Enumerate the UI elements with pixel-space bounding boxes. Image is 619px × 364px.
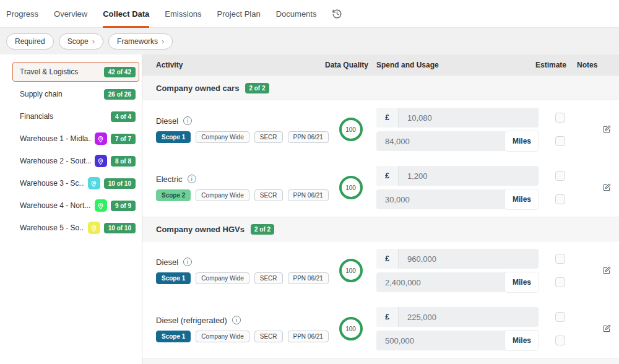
chevron-right-icon: › [162,37,164,45]
sidebar-item-label: Warehouse 3 - Sc... [20,179,84,188]
progress-count-badge: 26 of 26 [104,89,136,100]
estimate-checkbox[interactable] [555,336,565,345]
scope-tag: Scope 1 [156,331,191,342]
company-wide-tag: Company Wide [196,189,249,201]
spend-input[interactable]: £ 225,000 [376,307,539,327]
data-quality-ring: 100 [339,317,363,340]
spend-value: 10,080 [399,113,432,123]
history-icon[interactable] [332,9,342,19]
info-icon[interactable]: i [183,116,192,125]
location-pin-icon [88,177,100,189]
currency-prefix: £ [376,249,399,269]
spend-input[interactable]: £ 960,000 [376,249,539,269]
sidebar-item-warehouse-1[interactable]: Warehouse 1 - Midla... 7 of 7 [12,129,139,149]
tab-project-plan[interactable]: Project Plan [217,0,261,28]
activity-name: Diesel [156,116,178,126]
filter-scope-button[interactable]: Scope › [59,33,103,50]
sidebar-item-supply-chain[interactable]: Supply chain 26 of 26 [12,84,139,104]
section-count-badge: 2 of 2 [251,224,274,235]
usage-input[interactable]: 2,400,000 Miles [376,272,539,292]
unit-suffix: Miles [505,331,539,350]
spend-value: 1,200 [399,171,428,181]
activity-table: Activity Data Quality Spend and Usage Es… [142,54,619,364]
notes-edit-icon[interactable] [602,324,611,333]
scope-tag: Scope 1 [156,272,191,284]
tab-documents[interactable]: Documents [276,0,317,28]
sidebar-item-travel-logistics[interactable]: Travel & Logistics 42 of 42 [12,62,139,82]
collect-data-page: Progress Overview Collect Data Emissions… [0,0,619,364]
filter-frameworks-button[interactable]: Frameworks › [108,33,173,50]
info-icon[interactable]: i [188,175,196,183]
estimate-checkbox[interactable] [555,254,565,264]
company-wide-tag: Company Wide [196,272,249,284]
data-quality-score: 100 [345,267,356,274]
estimate-checkbox[interactable] [555,171,565,181]
estimate-checkbox[interactable] [555,113,565,123]
section-title: Company owned cars [156,84,239,93]
estimate-checkbox[interactable] [555,136,565,146]
secr-tag: SECR [254,272,283,284]
tab-overview[interactable]: Overview [54,0,87,28]
data-quality-ring: 100 [339,118,363,141]
location-pin-icon [95,199,107,212]
spend-usage-cell: £ 225,000 500,000 Miles [376,307,539,350]
ppn-tag: PPN 06/21 [288,189,329,201]
notes-edit-icon[interactable] [602,125,611,134]
estimate-checkbox[interactable] [555,194,565,204]
spend-usage-cell: £ 10,080 84,000 Miles [376,108,539,151]
spend-input[interactable]: £ 10,080 [376,108,539,128]
notes-edit-icon[interactable] [602,183,611,192]
usage-input[interactable]: 30,000 Miles [376,189,539,209]
estimate-checkbox[interactable] [555,312,565,322]
data-quality-cell: 100 [325,118,376,141]
data-quality-score: 100 [345,126,356,133]
sidebar-item-label: Warehouse 4 - Nort... [20,201,91,210]
sidebar-item-warehouse-5[interactable]: Warehouse 5 - So... 10 of 10 [12,218,139,238]
section-header-company-owned-hgvs: Company owned HGVs 2 of 2 [142,217,619,241]
sidebar-item-financials[interactable]: Financials 4 of 4 [12,106,139,126]
data-quality-score: 100 [345,184,356,191]
currency-prefix: £ [376,108,399,128]
usage-value: 2,400,000 [376,278,421,287]
ppn-tag: PPN 06/21 [288,131,329,143]
sidebar-item-warehouse-3[interactable]: Warehouse 3 - Sc... 10 of 10 [12,173,139,193]
tab-emissions[interactable]: Emissions [165,0,201,28]
sidebar-item-label: Warehouse 1 - Midla... [20,134,91,143]
filter-required-label: Required [15,37,45,46]
sidebar-item-label: Supply chain [20,90,100,98]
notes-edit-icon[interactable] [602,266,611,275]
section-header-company-owned-cars: Company owned cars 2 of 2 [142,76,619,100]
info-icon[interactable]: i [232,316,241,324]
usage-input[interactable]: 84,000 Miles [376,131,539,151]
data-quality-cell: 100 [325,317,376,340]
info-icon[interactable]: i [183,258,192,266]
filter-required-button[interactable]: Required [6,33,54,50]
filter-scope-label: Scope [67,37,89,46]
filter-frameworks-label: Frameworks [117,37,158,46]
usage-value: 84,000 [376,137,410,146]
tab-collect-data[interactable]: Collect Data [103,0,149,28]
sidebar-item-label: Warehouse 2 - Sout... [20,157,91,165]
estimate-checkbox[interactable] [555,277,565,287]
usage-input[interactable]: 500,000 Miles [376,331,539,350]
notes-cell [588,324,619,333]
sidebar-item-warehouse-4[interactable]: Warehouse 4 - Nort... 9 of 9 [12,196,139,215]
activity-row-electric: Electric i Scope 2 Company Wide SECR PPN… [142,158,619,217]
scope-tag: Scope 1 [156,131,191,143]
table-header-row: Activity Data Quality Spend and Usage Es… [142,54,619,76]
category-sidebar: Travel & Logistics 42 of 42 Supply chain… [0,54,142,364]
progress-count-badge: 10 of 10 [104,223,136,233]
secr-tag: SECR [254,131,283,143]
secr-tag: SECR [254,331,283,342]
sidebar-item-label: Warehouse 5 - So... [20,223,84,232]
tab-progress[interactable]: Progress [6,0,38,28]
spend-input[interactable]: £ 1,200 [376,166,539,186]
activity-name: Diesel [156,258,178,267]
sidebar-item-warehouse-2[interactable]: Warehouse 2 - Sout... 8 of 8 [12,151,139,171]
spend-value: 960,000 [399,254,436,264]
spend-usage-cell: £ 960,000 2,400,000 Miles [376,249,539,292]
secr-tag: SECR [254,189,283,201]
spend-value: 225,000 [399,313,436,322]
progress-count-badge: 7 of 7 [111,134,136,144]
activity-cell: Diesel i Scope 1 Company Wide SECR PPN 0… [142,258,325,284]
